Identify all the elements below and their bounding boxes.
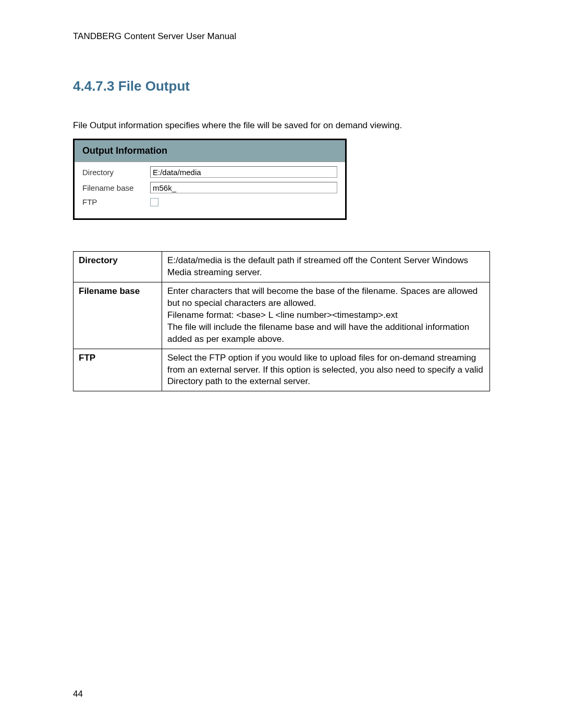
section-number: 4.4.7.3: [73, 78, 115, 94]
desc-text: Enter characters that will become the ba…: [162, 282, 490, 349]
table-row: Filename base Enter characters that will…: [74, 282, 490, 349]
ftp-label: FTP: [82, 198, 150, 206]
table-row: FTP Select the FTP option if you would l…: [74, 349, 490, 391]
filename-label: Filename base: [82, 183, 150, 192]
table-row: Directory E:/data/media is the default p…: [74, 252, 490, 282]
page-number: 44: [73, 689, 83, 699]
desc-label: Directory: [74, 252, 162, 282]
desc-label: FTP: [74, 349, 162, 391]
directory-row: Directory: [82, 166, 337, 178]
ftp-row: FTP: [82, 198, 337, 206]
output-info-screenshot: Output Information Directory Filename ba…: [73, 139, 347, 220]
desc-label: Filename base: [74, 282, 162, 349]
filename-input[interactable]: [150, 182, 337, 193]
desc-text: E:/data/media is the default path if str…: [162, 252, 490, 282]
section-heading: 4.4.7.3 File Output: [73, 78, 490, 94]
intro-paragraph: File Output information specifies where …: [73, 120, 490, 131]
description-table: Directory E:/data/media is the default p…: [73, 251, 490, 391]
ftp-checkbox[interactable]: [150, 198, 158, 206]
section-title: File Output: [118, 78, 190, 94]
filename-row: Filename base: [82, 182, 337, 193]
form-title: Output Information: [75, 140, 345, 162]
manual-header: TANDBERG Content Server User Manual: [73, 31, 490, 42]
directory-input[interactable]: [150, 166, 337, 178]
desc-text: Select the FTP option if you would like …: [162, 349, 490, 391]
directory-label: Directory: [82, 168, 150, 177]
